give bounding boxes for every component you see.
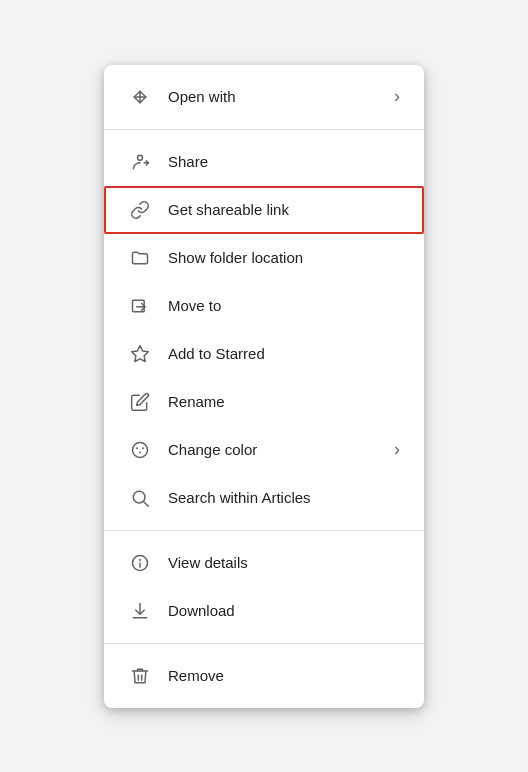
folder-icon — [128, 246, 152, 270]
svg-point-9 — [133, 442, 148, 457]
menu-item-search-within[interactable]: Search within Articles — [104, 474, 424, 522]
svg-marker-8 — [132, 345, 149, 361]
pencil-icon — [128, 390, 152, 414]
svg-point-10 — [136, 447, 138, 449]
divider-2 — [104, 530, 424, 531]
change-color-arrow: › — [394, 439, 400, 460]
trash-icon — [128, 664, 152, 688]
link-icon — [128, 198, 152, 222]
svg-line-14 — [144, 501, 149, 506]
get-shareable-link-label: Get shareable link — [168, 201, 400, 218]
move-icon — [128, 85, 152, 109]
view-details-label: View details — [168, 554, 400, 571]
change-color-label: Change color — [168, 441, 386, 458]
search-within-label: Search within Articles — [168, 489, 400, 506]
star-icon — [128, 342, 152, 366]
rename-label: Rename — [168, 393, 400, 410]
menu-item-change-color[interactable]: Change color › — [104, 426, 424, 474]
search-icon — [128, 486, 152, 510]
remove-label: Remove — [168, 667, 400, 684]
palette-icon — [128, 438, 152, 462]
menu-item-download[interactable]: Download — [104, 587, 424, 635]
show-folder-location-label: Show folder location — [168, 249, 400, 266]
share-icon — [128, 150, 152, 174]
share-label: Share — [168, 153, 400, 170]
download-icon — [128, 599, 152, 623]
svg-point-12 — [139, 451, 141, 453]
open-with-arrow: › — [394, 86, 400, 107]
move-to-label: Move to — [168, 297, 400, 314]
menu-item-get-shareable-link[interactable]: Get shareable link — [104, 186, 424, 234]
menu-item-move-to[interactable]: Move to — [104, 282, 424, 330]
menu-item-show-folder-location[interactable]: Show folder location — [104, 234, 424, 282]
divider-3 — [104, 643, 424, 644]
menu-item-view-details[interactable]: View details — [104, 539, 424, 587]
context-menu: Open with › Share Get shareable link — [104, 65, 424, 708]
menu-item-rename[interactable]: Rename — [104, 378, 424, 426]
menu-item-add-to-starred[interactable]: Add to Starred — [104, 330, 424, 378]
divider-1 — [104, 129, 424, 130]
svg-point-11 — [142, 447, 144, 449]
open-with-label: Open with — [168, 88, 386, 105]
menu-item-open-with[interactable]: Open with › — [104, 73, 424, 121]
add-to-starred-label: Add to Starred — [168, 345, 400, 362]
svg-point-2 — [138, 155, 143, 160]
download-label: Download — [168, 602, 400, 619]
info-icon — [128, 551, 152, 575]
menu-item-remove[interactable]: Remove — [104, 652, 424, 700]
move-to-icon — [128, 294, 152, 318]
menu-item-share[interactable]: Share — [104, 138, 424, 186]
